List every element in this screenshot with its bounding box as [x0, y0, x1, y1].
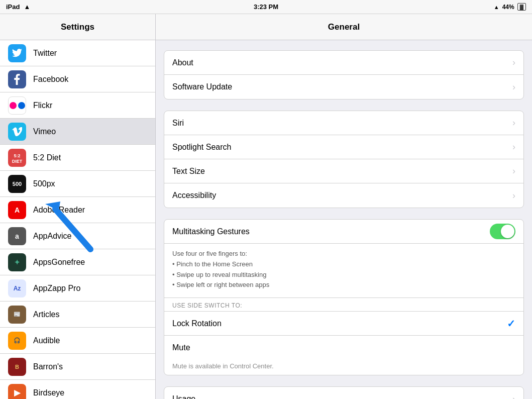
sidebar-item-appzapp-pro[interactable]: Az AppZapp Pro: [0, 275, 155, 302]
sidebar-item-audible[interactable]: 🎧 Audible: [0, 328, 155, 354]
barrons-icon: B: [8, 358, 26, 376]
mute-label: Mute: [172, 343, 190, 352]
settings-row-about[interactable]: About ›: [164, 51, 523, 75]
toggle-knob: [501, 225, 514, 238]
twitter-icon: [8, 44, 26, 62]
side-switch-mute[interactable]: Mute: [164, 335, 523, 359]
wifi-icon: ▲: [24, 3, 30, 11]
content-title: General: [328, 22, 360, 32]
sidebar-item-adobe-reader[interactable]: A Adobe Reader: [0, 197, 155, 223]
audible-label: Audible: [33, 336, 60, 345]
birdseye-icon: ▶: [8, 384, 26, 400]
usage-chevron: ›: [512, 394, 515, 399]
settings-row-accessibility[interactable]: Accessibility ›: [164, 183, 523, 208]
facebook-icon: [8, 70, 26, 88]
ipad-label: iPad: [6, 3, 20, 11]
5-2-diet-icon: 5:2DIET: [8, 149, 26, 167]
articles-label: Articles: [33, 310, 59, 319]
sidebar-item-facebook[interactable]: Facebook: [0, 66, 155, 92]
sidebar-item-appsgonefree[interactable]: ✦ AppsGonefree: [0, 249, 155, 275]
text-size-chevron: ›: [512, 166, 515, 176]
barrons-label: Barron's: [33, 362, 63, 371]
location-icon: ▲: [494, 4, 499, 10]
multitasking-label: Multitasking Gestures: [172, 227, 250, 236]
multitasking-toggle[interactable]: [490, 224, 515, 239]
500px-label: 500px: [33, 179, 55, 188]
multitasking-section: Multitasking Gestures Use four or five f…: [164, 219, 524, 375]
flickr-icon: [8, 96, 26, 115]
siri-chevron: ›: [512, 118, 515, 128]
mute-note: Mute is available in Control Center.: [164, 359, 523, 375]
time-display: 3:23 PM: [254, 3, 278, 11]
about-chevron: ›: [512, 57, 515, 68]
settings-row-siri[interactable]: Siri ›: [164, 111, 523, 135]
lock-rotation-label: Lock Rotation: [172, 319, 222, 328]
software-update-chevron: ›: [512, 82, 515, 92]
settings-group-2: Siri › Spotlight Search › Text Size › Ac…: [164, 111, 524, 208]
settings-row-software-update[interactable]: Software Update ›: [164, 75, 523, 99]
usage-label: Usage: [172, 394, 195, 399]
battery-icon: ▓: [517, 3, 526, 11]
facebook-label: Facebook: [33, 75, 68, 84]
sidebar-header: Settings: [0, 14, 155, 40]
5-2-diet-label: 5:2 Diet: [33, 153, 61, 162]
vimeo-icon: [8, 123, 26, 141]
adobe-label: Adobe Reader: [33, 206, 85, 215]
sidebar-item-birdseye[interactable]: ▶ Birdseye: [0, 380, 155, 399]
settings-row-text-size[interactable]: Text Size ›: [164, 159, 523, 183]
sidebar-item-vimeo[interactable]: Vimeo: [0, 119, 155, 145]
sidebar-item-barrons[interactable]: B Barron's: [0, 354, 155, 380]
sidebar-item-twitter[interactable]: Twitter: [0, 40, 155, 66]
side-switch-lock-rotation[interactable]: Lock Rotation ✓: [164, 311, 523, 335]
side-switch-label: USE SIDE SWITCH TO:: [164, 298, 523, 311]
audible-icon: 🎧: [8, 332, 26, 350]
sidebar-list: Twitter Facebook Flickr: [0, 40, 155, 399]
multitasking-description: Use four or five fingers to: • Pinch to …: [164, 244, 523, 298]
appadvice-icon: a: [8, 227, 26, 245]
sidebar-item-appadvice[interactable]: a AppAdvice: [0, 223, 155, 249]
battery-percentage: 44%: [502, 4, 514, 11]
siri-label: Siri: [172, 119, 184, 128]
sidebar-title: Settings: [61, 22, 94, 32]
vimeo-label: Vimeo: [33, 127, 56, 136]
settings-group-1: About › Software Update ›: [164, 50, 524, 99]
flickr-label: Flickr: [33, 101, 52, 110]
500px-icon: 500: [8, 175, 26, 193]
status-bar: iPad ▲ 3:23 PM ▲ 44% ▓: [0, 0, 532, 14]
adobe-icon: A: [8, 201, 26, 219]
sidebar-item-flickr[interactable]: Flickr: [0, 92, 155, 119]
appadvice-label: AppAdvice: [33, 232, 72, 241]
content-area: General About › Software Update › Siri ›: [156, 14, 532, 399]
settings-row-spotlight[interactable]: Spotlight Search ›: [164, 135, 523, 159]
main-layout: Settings Twitter Facebook: [0, 14, 532, 399]
spotlight-chevron: ›: [512, 142, 515, 152]
appzapp-icon: Az: [8, 279, 26, 297]
software-update-label: Software Update: [172, 82, 232, 91]
sidebar-item-articles[interactable]: 📰 Articles: [0, 302, 155, 328]
birdseye-label: Birdseye: [33, 388, 64, 397]
settings-row-usage[interactable]: Usage ›: [164, 387, 523, 399]
sidebar-item-500px[interactable]: 500 500px: [0, 171, 155, 197]
articles-icon: 📰: [8, 306, 26, 324]
accessibility-chevron: ›: [512, 190, 515, 201]
settings-group-3: Usage ›: [164, 386, 524, 399]
multitasking-row[interactable]: Multitasking Gestures: [164, 220, 523, 244]
twitter-label: Twitter: [33, 49, 57, 58]
about-label: About: [172, 58, 193, 67]
content-header: General: [156, 14, 532, 40]
sidebar-item-5-2-diet[interactable]: 5:2DIET 5:2 Diet: [0, 145, 155, 171]
appsgonefree-label: AppsGonefree: [33, 258, 85, 267]
spotlight-label: Spotlight Search: [172, 143, 231, 152]
text-size-label: Text Size: [172, 167, 205, 176]
accessibility-label: Accessibility: [172, 191, 216, 200]
appzapp-label: AppZapp Pro: [33, 284, 80, 293]
appsgonefree-icon: ✦: [8, 253, 26, 271]
sidebar: Settings Twitter Facebook: [0, 14, 156, 399]
content-body: About › Software Update › Siri › Spotlig…: [156, 40, 532, 399]
lock-rotation-checkmark: ✓: [507, 318, 515, 330]
